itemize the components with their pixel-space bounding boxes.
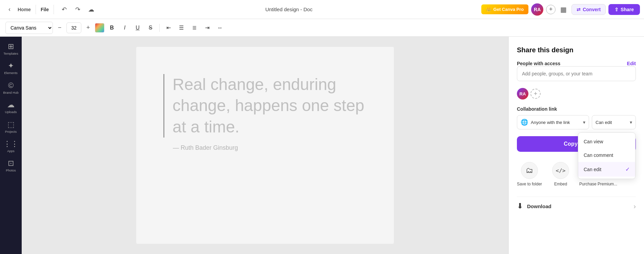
permission-text: Can edit [596, 120, 628, 125]
sidebar-label-photos: Photos [6, 168, 16, 172]
collaboration-link-section: Collaboration link 🌐 Anyone with the lin… [517, 106, 636, 129]
can-edit-option[interactable]: Can edit ✓ [578, 162, 635, 177]
back-button[interactable]: ‹ [4, 4, 15, 15]
permission-dropdown-menu: Can view Can comment Can edit ✓ [578, 132, 636, 179]
document-title: Untitled design - Doc [99, 6, 479, 12]
bullet-list-button[interactable]: ☰ [176, 22, 187, 33]
file-nav-link[interactable]: File [41, 7, 49, 12]
download-row[interactable]: ⬇ Download › [517, 197, 636, 211]
crown-icon: 👑 [486, 7, 491, 12]
sidebar-item-apps[interactable]: ⋮⋮ Apps [0, 137, 22, 156]
nav-divider [36, 5, 36, 14]
share-panel-title: Share this design [517, 46, 636, 54]
download-label: Download [527, 203, 633, 209]
add-person-button[interactable]: + [530, 89, 541, 99]
strikethrough-button[interactable]: S [145, 22, 156, 33]
sidebar-item-uploads[interactable]: ☁ Uploads [0, 98, 22, 117]
text-spacing-button[interactable]: ↔ [215, 22, 225, 33]
edit-access-link[interactable]: Edit [627, 61, 636, 66]
globe-icon: 🌐 [521, 119, 528, 126]
embed-icon: </> [552, 162, 569, 179]
sidebar-label-uploads: Uploads [5, 110, 17, 114]
decrease-font-size-button[interactable]: − [55, 23, 64, 33]
document-canvas[interactable]: Real change, enduring change, happens on… [136, 47, 394, 244]
get-pro-button[interactable]: 👑 Get Canva Pro [481, 4, 529, 14]
link-access-dropdown[interactable]: 🌐 Anyone with the link ▾ [517, 115, 589, 129]
permission-dropdown-arrow-icon: ▾ [630, 120, 632, 125]
underline-button[interactable]: U [132, 22, 143, 33]
canvas-area[interactable]: Real change, enduring change, happens on… [22, 37, 508, 254]
can-view-option[interactable]: Can view [578, 135, 635, 148]
cloud-save-button[interactable]: ☁ [86, 4, 97, 15]
can-comment-option[interactable]: Can comment [578, 148, 635, 162]
people-access-section: People with access Edit [517, 61, 636, 81]
templates-icon: ⊞ [8, 43, 14, 50]
sidebar-label-templates: Templates [3, 52, 18, 55]
add-people-input[interactable] [517, 66, 636, 81]
sidebar-label-apps: Apps [7, 149, 15, 153]
align-left-button[interactable]: ⇤ [163, 22, 174, 33]
sidebar-item-photos[interactable]: ⊡ Photos [0, 156, 22, 176]
people-access-label: People with access [517, 61, 560, 66]
sidebar-item-projects[interactable]: ⬚ Projects [0, 117, 22, 137]
share-panel: Share this design People with access Edi… [508, 37, 644, 254]
font-size-input[interactable] [66, 22, 81, 33]
quote-text[interactable]: Real change, enduring change, happens on… [163, 74, 367, 138]
save-folder-icon: 🗂 [521, 162, 538, 179]
italic-button[interactable]: I [119, 22, 130, 33]
sidebar: ⊞ Templates ✦ Elements © Brand Hub ☁ Upl… [0, 37, 22, 254]
uploads-icon: ☁ [7, 101, 15, 109]
share-button[interactable]: ⇧ Share [608, 4, 640, 15]
main-layout: ⊞ Templates ✦ Elements © Brand Hub ☁ Upl… [0, 37, 644, 254]
font-family-select[interactable]: Canva Sans [5, 22, 53, 34]
permission-dropdown[interactable]: Can edit ▾ Can view Can comment Can edit… [592, 115, 636, 129]
add-collaborator-button[interactable]: + [546, 5, 556, 14]
text-color-picker[interactable] [95, 23, 104, 33]
sidebar-item-brand-hub[interactable]: © Brand Hub [0, 78, 22, 98]
can-comment-label: Can comment [584, 152, 613, 158]
link-option-text: Anyone with the link [531, 120, 580, 125]
projects-icon: ⬚ [7, 121, 15, 128]
can-view-label: Can view [584, 139, 603, 144]
save-folder-label: Save to folder [517, 182, 542, 186]
download-icon: ⬇ [517, 202, 523, 211]
toolbar-separator [159, 24, 160, 32]
apps-icon: ⋮⋮ [3, 140, 18, 148]
numbered-list-button[interactable]: ≣ [189, 22, 200, 33]
photos-icon: ⊡ [8, 160, 14, 167]
share-icon: ⇧ [615, 7, 619, 12]
sidebar-item-templates[interactable]: ⊞ Templates [0, 39, 22, 59]
save-to-folder-action[interactable]: 🗂 Save to folder [517, 162, 542, 186]
sidebar-label-brand-hub: Brand Hub [3, 91, 18, 94]
redo-button[interactable]: ↷ [72, 4, 83, 15]
link-dropdown-arrow-icon: ▾ [583, 120, 585, 125]
increase-font-size-button[interactable]: + [83, 23, 93, 33]
convert-button[interactable]: ⇄ Convert [571, 4, 606, 15]
elements-icon: ✦ [8, 62, 14, 70]
formatting-toolbar: Canva Sans − + B I U S ⇤ ☰ ≣ ⇥ ↔ [0, 19, 644, 37]
can-edit-label: Can edit [584, 167, 601, 172]
top-navigation: ‹ Home File ↶ ↷ ☁ Untitled design - Doc … [0, 0, 644, 19]
analytics-button[interactable]: ▦ [558, 3, 569, 16]
nav-divider-2 [54, 5, 54, 14]
embed-action[interactable]: </> Embed [552, 162, 569, 186]
convert-icon: ⇄ [577, 7, 581, 12]
bold-button[interactable]: B [106, 22, 117, 33]
selected-check-icon: ✓ [625, 166, 630, 173]
sidebar-item-elements[interactable]: ✦ Elements [0, 59, 22, 78]
brand-hub-icon: © [8, 82, 14, 89]
owner-avatar: RA [517, 88, 528, 99]
sidebar-label-elements: Elements [4, 71, 18, 75]
purchase-label: Purchase Premium... [579, 182, 617, 186]
download-arrow-icon: › [633, 202, 636, 210]
undo-button[interactable]: ↶ [59, 4, 69, 15]
avatar-row: RA + [517, 88, 636, 99]
embed-label: Embed [554, 182, 567, 186]
home-nav-link[interactable]: Home [18, 7, 31, 12]
sidebar-label-projects: Projects [5, 130, 17, 133]
collaboration-link-label: Collaboration link [517, 106, 636, 112]
attribution-text: — Ruth Bader Ginsburg [163, 144, 367, 151]
avatar-button[interactable]: RA [531, 3, 543, 16]
outdent-button[interactable]: ⇥ [202, 22, 213, 33]
